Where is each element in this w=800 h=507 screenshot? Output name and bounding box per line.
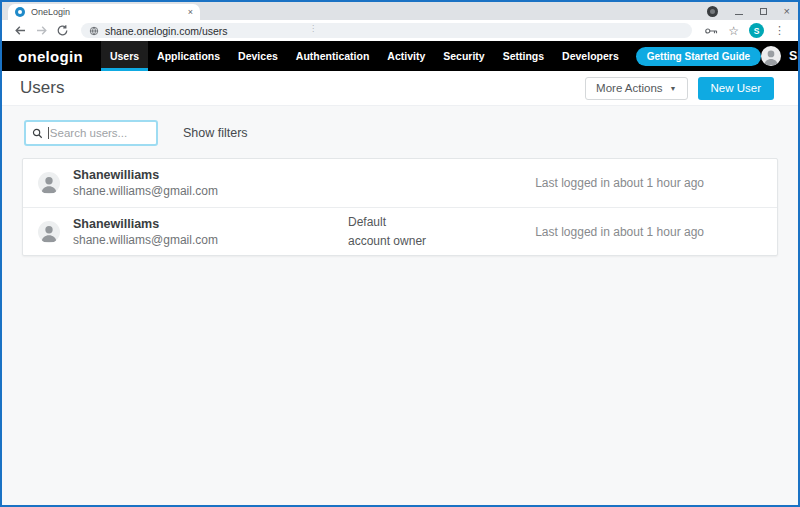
user-role: Default account owner bbox=[348, 213, 528, 251]
reload-icon[interactable] bbox=[56, 24, 69, 37]
forward-icon[interactable] bbox=[35, 24, 48, 37]
user-email: shane.williams@gmail.com bbox=[73, 232, 325, 248]
onelogin-favicon-icon bbox=[15, 7, 25, 17]
tab-title: OneLogin bbox=[31, 7, 188, 17]
site-globe-icon[interactable] bbox=[89, 26, 99, 36]
browser-profile-avatar[interactable]: S bbox=[749, 23, 764, 38]
window-close-button[interactable]: × bbox=[784, 6, 790, 17]
search-box[interactable] bbox=[24, 120, 158, 146]
user-identity: Shanewilliams shane.williams@gmail.com bbox=[73, 167, 325, 199]
user-role-line: account owner bbox=[348, 232, 528, 251]
user-name[interactable]: Shanewilliams bbox=[73, 167, 325, 183]
nav-item-devices[interactable]: Devices bbox=[229, 41, 287, 71]
minimize-button[interactable] bbox=[735, 14, 743, 15]
user-row[interactable]: Shanewilliams shane.williams@gmail.com L… bbox=[23, 159, 777, 207]
tab-close-icon[interactable]: × bbox=[188, 8, 193, 17]
back-icon[interactable] bbox=[14, 24, 27, 37]
onelogin-navbar: onelogin Users Applications Devices Auth… bbox=[2, 41, 798, 71]
nav-item-applications[interactable]: Applications bbox=[148, 41, 229, 71]
more-actions-button[interactable]: More Actions ▼ bbox=[585, 77, 687, 100]
account-menu[interactable]: Shane bbox=[761, 46, 800, 66]
page-header: Users More Actions ▼ New User bbox=[2, 71, 798, 106]
nav-item-authentication[interactable]: Authentication bbox=[287, 41, 379, 71]
nav-item-activity[interactable]: Activity bbox=[378, 41, 434, 71]
users-list-card: Shanewilliams shane.williams@gmail.com L… bbox=[22, 158, 778, 256]
browser-toolbar: shane.onelogin.com/users ⋮ ☆ S ⋮ bbox=[2, 20, 798, 41]
bookmark-star-icon[interactable]: ☆ bbox=[728, 25, 739, 37]
browser-window: OneLogin × × shane.onelogin.com/users ⋮ bbox=[0, 0, 800, 507]
recording-indicator-icon bbox=[707, 6, 718, 17]
password-key-icon[interactable] bbox=[705, 27, 718, 35]
maximize-button[interactable] bbox=[760, 8, 767, 15]
page-title: Users bbox=[20, 78, 585, 98]
user-name[interactable]: Shanewilliams bbox=[73, 216, 325, 232]
browser-tab[interactable]: OneLogin × bbox=[8, 4, 200, 20]
nav-item-users[interactable]: Users bbox=[101, 41, 148, 71]
account-name: Shane bbox=[789, 49, 800, 63]
getting-started-guide-button[interactable]: Getting Started Guide bbox=[636, 47, 761, 66]
omnibox-dots-icon: ⋮ bbox=[309, 24, 317, 33]
chevron-down-icon: ▼ bbox=[670, 85, 677, 92]
search-users-input[interactable] bbox=[49, 127, 150, 139]
window-controls: × bbox=[707, 5, 790, 17]
browser-menu-icon[interactable]: ⋮ bbox=[774, 25, 785, 36]
tab-strip: OneLogin × × bbox=[2, 2, 798, 20]
new-user-button[interactable]: New User bbox=[698, 77, 774, 100]
user-identity: Shanewilliams shane.williams@gmail.com bbox=[73, 216, 325, 248]
last-login-status: Last logged in about 1 hour ago bbox=[535, 225, 704, 239]
user-email: shane.williams@gmail.com bbox=[73, 183, 325, 199]
more-actions-label: More Actions bbox=[596, 82, 662, 94]
nav-item-settings[interactable]: Settings bbox=[494, 41, 553, 71]
search-row: Show filters bbox=[24, 120, 778, 146]
nav-item-security[interactable]: Security bbox=[434, 41, 493, 71]
url-text[interactable]: shane.onelogin.com/users bbox=[105, 25, 228, 37]
nav-item-developers[interactable]: Developers bbox=[553, 41, 628, 71]
address-bar[interactable]: shane.onelogin.com/users ⋮ bbox=[81, 23, 692, 38]
search-icon bbox=[32, 128, 43, 139]
last-login-status: Last logged in about 1 hour ago bbox=[535, 176, 704, 190]
onelogin-logo[interactable]: onelogin bbox=[18, 48, 83, 65]
main-content: Show filters Shanewilliams shane.william… bbox=[2, 106, 798, 505]
user-row[interactable]: Shanewilliams shane.williams@gmail.com D… bbox=[23, 207, 777, 255]
user-role-line: Default bbox=[348, 213, 528, 232]
user-avatar bbox=[761, 46, 781, 66]
show-filters-link[interactable]: Show filters bbox=[183, 126, 248, 140]
user-avatar bbox=[38, 172, 60, 194]
user-avatar bbox=[38, 221, 60, 243]
